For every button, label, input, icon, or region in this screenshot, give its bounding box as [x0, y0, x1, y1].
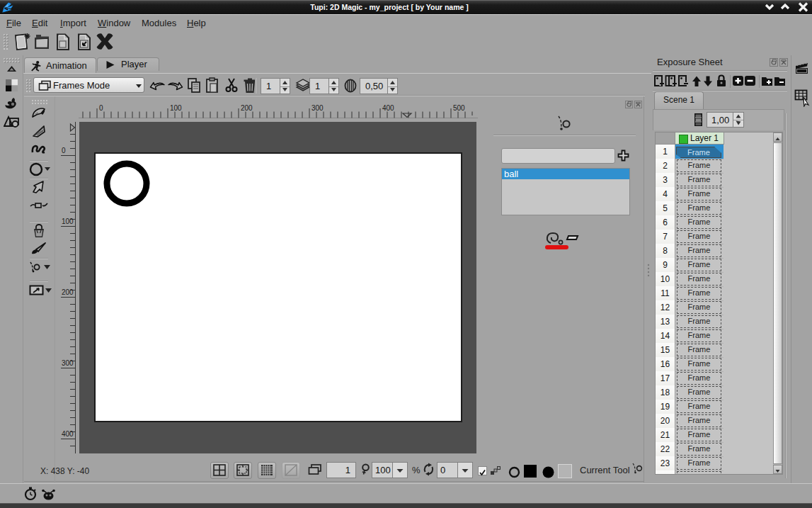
svg-text:300: 300	[311, 104, 324, 112]
svg-text:100: 100	[62, 218, 74, 225]
svg-text:100: 100	[170, 104, 182, 112]
svg-text:0: 0	[62, 147, 66, 154]
svg-text:300: 300	[62, 359, 74, 367]
svg-text:200: 200	[62, 288, 74, 296]
svg-text:0: 0	[99, 104, 103, 112]
svg-text:400: 400	[382, 104, 394, 112]
svg-text:200: 200	[241, 104, 253, 112]
svg-text:400: 400	[62, 430, 74, 438]
svg-text:500: 500	[453, 104, 465, 112]
